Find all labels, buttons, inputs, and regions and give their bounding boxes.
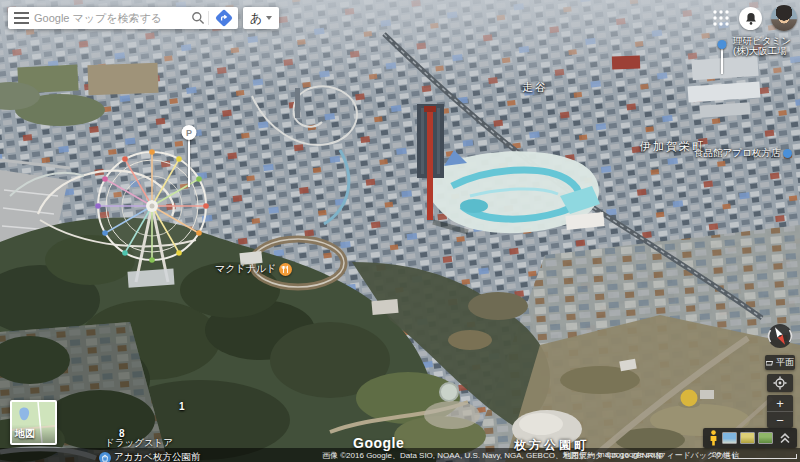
route-marker-1: 1 [179, 401, 185, 412]
poi-drugstore[interactable]: ドラッグストア アカカベ枚方公園前 [105, 437, 200, 462]
flat-view-label: 平面 [776, 356, 794, 369]
terms-link[interactable]: 利用規約 [563, 450, 595, 461]
input-method-button[interactable]: あ [243, 7, 279, 29]
poi-riken[interactable]: 理研ビタミン (株)大阪工場 [733, 36, 791, 56]
directions-icon[interactable] [213, 7, 235, 29]
google-logo: Google [353, 435, 404, 451]
poi-riken-line2: (株)大阪工場 [733, 46, 791, 56]
my-location-icon [773, 376, 787, 390]
map-mode-toggle[interactable]: 地図 [10, 400, 57, 445]
map-canvas[interactable] [0, 0, 800, 462]
search-input[interactable] [34, 12, 190, 24]
scale-bar [733, 454, 797, 459]
my-location-button[interactable] [767, 374, 793, 392]
zoom-out-button[interactable]: − [767, 412, 793, 428]
account-area [712, 0, 800, 36]
search-icon[interactable] [190, 10, 206, 26]
photo-thumbnail[interactable] [758, 432, 773, 444]
drop-tower [427, 110, 433, 220]
zoom-control: + − [767, 395, 793, 428]
scale-value: 20 m [712, 450, 730, 459]
map-mode-label: 地図 [15, 427, 35, 441]
photo-thumbnail[interactable] [740, 432, 755, 444]
user-avatar[interactable] [771, 5, 797, 31]
apps-grid-icon[interactable] [712, 9, 730, 27]
chevron-down-icon [266, 16, 272, 20]
poi-mcdonalds[interactable]: マクドナルド [215, 262, 292, 276]
flat-view-button[interactable]: 平面 [765, 355, 795, 370]
flat-view-icon [766, 359, 774, 367]
google-maps-window: 走谷 伊加賀栄町 枚方公園町 理研ビタミン (株)大阪工場 食品館アプロ枚方店 … [0, 0, 800, 462]
bell-icon [745, 12, 757, 25]
poi-apro-label: 食品館アプロ枚方店 [694, 147, 780, 160]
poi-apro[interactable]: 食品館アプロ枚方店 [694, 147, 792, 160]
restaurant-icon [279, 263, 292, 276]
shopping-icon [99, 452, 111, 462]
pegman-icon[interactable] [708, 430, 719, 446]
divider [208, 11, 209, 25]
poi-mcdonalds-label: マクドナルド [215, 262, 276, 276]
double-chevron-up-icon[interactable] [779, 432, 791, 444]
water-park [427, 150, 605, 233]
notifications-button[interactable] [739, 7, 762, 30]
poi-drugstore-line2: アカカベ枚方公園前 [114, 451, 200, 462]
ime-label: あ [250, 10, 262, 27]
search-bar [8, 7, 238, 29]
store-icon [783, 149, 792, 158]
poi-drugstore-line1: ドラッグストア [105, 437, 200, 450]
compass-control[interactable] [765, 321, 795, 351]
parking-icon: P [186, 128, 192, 138]
photo-thumbnail[interactable] [722, 432, 737, 444]
compass-icon [765, 321, 795, 351]
town-label-hashiritani: 走谷 [522, 80, 548, 95]
imagery-bar [703, 428, 797, 448]
zoom-in-button[interactable]: + [767, 395, 793, 411]
menu-icon[interactable] [8, 12, 34, 24]
maps-domain-link[interactable]: maps.google.co.jp [598, 450, 663, 459]
